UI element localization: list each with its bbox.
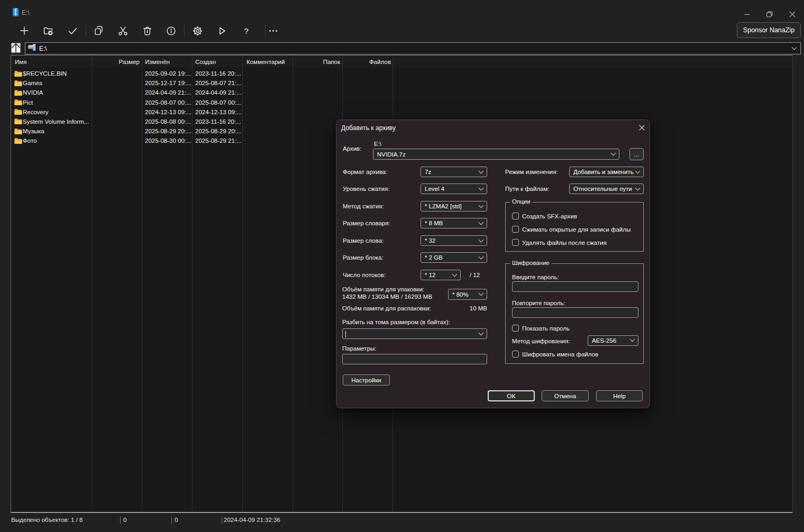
encrypt-names-checkbox[interactable]	[512, 351, 519, 357]
scissors-icon	[117, 25, 129, 36]
address-value: E:\	[39, 45, 47, 52]
format-dropdown-icon[interactable]	[479, 168, 484, 173]
ok-button[interactable]: OK	[488, 390, 535, 401]
file-modified: 2025-12-17 19:...	[145, 78, 192, 88]
info-icon	[166, 25, 177, 36]
cancel-button[interactable]: Отмена	[542, 390, 589, 401]
threads-max: / 12	[470, 271, 480, 279]
info-button[interactable]	[161, 21, 180, 40]
delete-after-checkbox[interactable]	[512, 239, 519, 246]
test-button[interactable]	[63, 21, 82, 40]
volumes-label: Разбить на тома размером (в байтах):	[342, 318, 450, 326]
file-modified: 2025-08-30 00:...	[145, 136, 192, 145]
column-header-files[interactable]: Файлов	[342, 56, 391, 68]
dictionary-combo[interactable]: * 8 MB	[421, 218, 487, 228]
help-button[interactable]: ?	[236, 21, 255, 40]
column-header-comment[interactable]: Комментарий	[246, 56, 285, 68]
restore-icon	[766, 11, 773, 17]
memory-percent-combo[interactable]: * 80%	[448, 289, 487, 300]
word-size-label: Размер слова:	[343, 237, 383, 244]
word-size-dropdown-icon[interactable]	[479, 237, 484, 242]
column-header-modified[interactable]: Изменён	[145, 56, 170, 68]
word-size-combo[interactable]: * 32	[421, 235, 487, 246]
minimize-button[interactable]	[735, 6, 759, 22]
update-mode-combo[interactable]: Добавить и заменить	[569, 167, 644, 177]
run-button[interactable]	[212, 21, 231, 40]
dialog-close-button[interactable]	[635, 121, 648, 134]
table-row[interactable]: Recovery2024-12-13 09:...2024-12-13 09:.…	[11, 107, 792, 117]
dialog-help-button[interactable]: Help	[596, 390, 643, 401]
block-size-combo[interactable]: * 2 GB	[421, 252, 487, 263]
update-mode-value: Добавить и заменить	[573, 169, 634, 175]
file-created: 2023-11-16 20:...	[195, 69, 242, 78]
copy-button[interactable]	[89, 21, 108, 40]
volumes-combo[interactable]	[342, 328, 487, 339]
column-header-name[interactable]: Имя	[15, 56, 26, 68]
sfx-checkbox[interactable]	[512, 213, 519, 219]
more-button[interactable]	[263, 21, 282, 40]
show-password-checkbox[interactable]	[512, 325, 519, 332]
folder-icon	[14, 99, 22, 106]
address-dropdown-icon[interactable]	[792, 45, 797, 50]
file-name: Games	[23, 78, 91, 88]
move-button[interactable]	[113, 21, 132, 40]
delete-button[interactable]	[138, 21, 157, 40]
table-row[interactable]: $RECYCLE.BIN2025-09-02 19:...2023-11-16 …	[11, 69, 792, 78]
settings-dialog-button[interactable]: Настройки	[343, 374, 390, 386]
table-row[interactable]: NVIDIA2024-04-09 21:...2024-04-09 21:...	[11, 88, 792, 97]
table-row[interactable]: Pict2025-08-07 00:...2025-08-07 00:...	[11, 98, 792, 107]
method-combo[interactable]: * LZMA2 [std]	[421, 201, 487, 212]
level-dropdown-icon[interactable]	[479, 185, 484, 190]
method-label: Метод сжатия:	[343, 203, 384, 210]
close-button[interactable]	[781, 6, 804, 22]
method-dropdown-icon[interactable]	[479, 203, 484, 208]
archive-name-dropdown-icon[interactable]	[611, 151, 616, 156]
dictionary-dropdown-icon[interactable]	[479, 219, 484, 225]
folder-icon	[14, 89, 22, 96]
add-button[interactable]	[15, 21, 34, 40]
encryption-method-value: AES-256	[592, 337, 616, 344]
address-bar[interactable]: E:\	[25, 42, 801, 54]
level-combo[interactable]: Level 4	[421, 184, 487, 194]
path-mode-dropdown-icon[interactable]	[635, 185, 641, 190]
path-mode-label: Пути к файлам:	[505, 185, 550, 192]
threads-combo[interactable]: * 12	[421, 270, 461, 280]
restore-button[interactable]	[758, 6, 781, 22]
format-combo[interactable]: 7z	[421, 167, 487, 177]
dictionary-value: * 8 MB	[425, 220, 443, 226]
browse-button[interactable]: ...	[629, 148, 644, 160]
file-modified: 2025-08-07 00:...	[145, 98, 192, 107]
play-icon	[216, 25, 227, 36]
update-mode-dropdown-icon[interactable]	[635, 168, 641, 173]
shared-files-checkbox[interactable]	[512, 226, 519, 233]
status-selected: Выделено объектов: 1 / 8	[11, 517, 83, 523]
parent-folder-button[interactable]	[11, 43, 21, 55]
encryption-method-dropdown-icon[interactable]	[630, 337, 635, 342]
parameters-input[interactable]	[342, 354, 487, 364]
column-header-size[interactable]: Размер	[92, 56, 140, 68]
ellipsis-icon	[268, 25, 279, 36]
path-mode-combo[interactable]: Относительные пути	[569, 184, 644, 194]
enter-password-input[interactable]	[512, 281, 638, 292]
file-name: Pict	[23, 98, 91, 107]
file-modified: 2025-09-02 19:...	[145, 69, 192, 78]
file-name: NVIDIA	[23, 88, 91, 97]
memory-pack-values: 1432 MB / 13034 MB / 16293 MB	[342, 293, 432, 300]
folder-icon	[14, 80, 22, 87]
volumes-dropdown-icon[interactable]	[479, 330, 484, 335]
archive-name-combo[interactable]: NVIDIA.7z	[373, 149, 619, 160]
column-header-folders[interactable]: Папок	[291, 56, 340, 68]
threads-dropdown-icon[interactable]	[452, 271, 458, 277]
encryption-method-combo[interactable]: AES-256	[588, 335, 638, 346]
memory-percent-dropdown-icon[interactable]	[479, 291, 484, 296]
column-header-created[interactable]: Создан	[195, 56, 216, 68]
file-created: 2025-08-07 21:...	[195, 78, 242, 88]
app-icon	[13, 8, 19, 19]
extract-button[interactable]	[39, 21, 58, 40]
checkmark-icon	[67, 25, 78, 36]
settings-button[interactable]	[188, 21, 207, 40]
repeat-password-input[interactable]	[512, 307, 638, 318]
sponsor-button[interactable]: Sponsor NanaZip	[737, 22, 801, 38]
block-size-dropdown-icon[interactable]	[479, 254, 484, 259]
table-row[interactable]: Games2025-12-17 19:...2025-08-07 21:...	[11, 78, 792, 88]
